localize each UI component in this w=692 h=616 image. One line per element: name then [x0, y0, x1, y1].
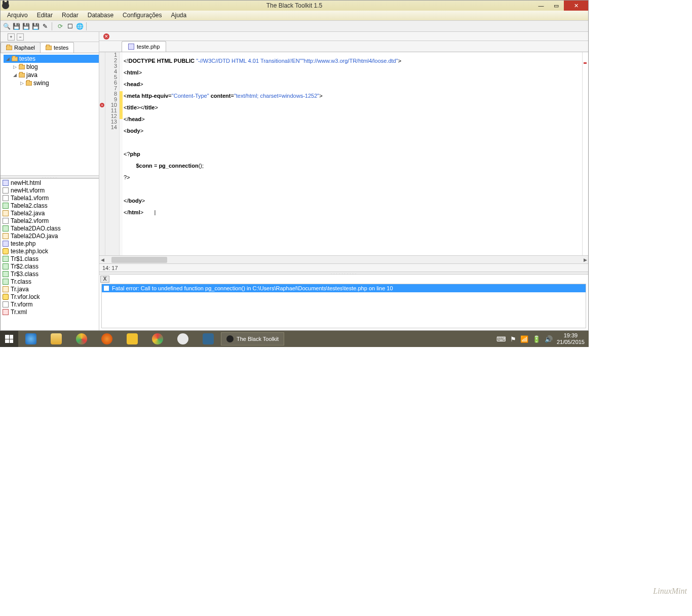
- wifi-icon[interactable]: 📶: [520, 335, 528, 343]
- editor-panel: ✕ teste.php × 1234567891011121314 <!DOCT…: [99, 32, 588, 330]
- file-item[interactable]: Tr$1.class: [1, 255, 99, 262]
- file-item[interactable]: Tr.vform: [1, 300, 99, 308]
- file-item[interactable]: Tabela2DAO.java: [1, 232, 99, 240]
- save-all-icon[interactable]: 💾: [31, 22, 40, 30]
- minimize-button[interactable]: —: [533, 1, 549, 11]
- tree-item[interactable]: ◢testes: [4, 55, 99, 63]
- folder-icon: [46, 46, 52, 50]
- remove-tab-icon[interactable]: −: [17, 33, 24, 41]
- taskbar[interactable]: The Black Toolkit ⌨ ⚑ 📶 🔋 🔊 19:39 21/05/…: [0, 331, 589, 347]
- file-item[interactable]: Tabela2DAO.class: [1, 224, 99, 232]
- project-tab-testes[interactable]: testes: [40, 42, 74, 53]
- editor[interactable]: × 1234567891011121314 <!DOCTYPE HTML PUB…: [99, 52, 588, 255]
- menu-ajuda[interactable]: Ajuda: [167, 11, 191, 20]
- save-dark-icon[interactable]: 💾: [22, 22, 30, 30]
- start-button[interactable]: [0, 331, 18, 347]
- window-title: The Black Toolkit 1.5: [266, 2, 323, 9]
- taskbar-chrome[interactable]: [145, 331, 170, 347]
- tree-item[interactable]: ◢java: [4, 71, 99, 79]
- file-item[interactable]: Tr$2.class: [1, 262, 99, 270]
- sidebar: + − Raphael testes ◢testes▷blog◢java▷swi…: [1, 32, 99, 330]
- error-icon[interactable]: ✕: [103, 33, 109, 40]
- project-tabs: Raphael testes: [1, 42, 99, 53]
- volume-icon[interactable]: 🔊: [545, 335, 553, 343]
- file-item[interactable]: teste.php: [1, 240, 99, 247]
- tree-item[interactable]: ▷blog: [4, 63, 99, 71]
- menubar: Arquivo Editar Rodar Database Configuraç…: [1, 11, 588, 21]
- search-icon[interactable]: 🔍: [3, 22, 11, 30]
- clock[interactable]: 19:39 21/05/2015: [557, 332, 585, 345]
- sidebar-tools: + −: [1, 32, 99, 42]
- globe-icon[interactable]: 🌐: [75, 22, 84, 30]
- save-icon[interactable]: 💾: [12, 22, 20, 30]
- file-list[interactable]: newHt.htmlnewHt.vformTabela1.vformTabela…: [1, 178, 99, 330]
- file-item[interactable]: newHt.vform: [1, 186, 99, 194]
- folder-icon: [6, 46, 12, 50]
- add-tab-icon[interactable]: +: [8, 33, 15, 41]
- output-close-button[interactable]: X: [100, 276, 109, 283]
- wand-icon[interactable]: ✎: [41, 22, 49, 30]
- file-item[interactable]: newHt.html: [1, 179, 99, 186]
- flag-icon[interactable]: ⚑: [510, 335, 516, 343]
- horizontal-scrollbar[interactable]: ◀ ▶: [99, 255, 588, 263]
- file-item[interactable]: Tr.xml: [1, 308, 99, 316]
- scroll-thumb[interactable]: [111, 257, 167, 263]
- menu-editar[interactable]: Editar: [32, 11, 57, 20]
- taskbar-ie[interactable]: [18, 331, 44, 347]
- php-file-icon: [128, 44, 134, 50]
- cursor-status: 14: 17: [99, 263, 588, 272]
- keyboard-icon[interactable]: ⌨: [496, 335, 506, 343]
- output-marker-icon: [104, 286, 109, 291]
- marker-column: ×: [99, 52, 105, 255]
- menu-database[interactable]: Database: [83, 11, 118, 20]
- taskbar-postgres[interactable]: [196, 331, 221, 347]
- taskbar-sogou[interactable]: [170, 331, 196, 347]
- toolbar: 🔍 💾 💾 💾 ✎ ⟳ ☐ 🌐: [1, 21, 588, 32]
- taskbar-active-app[interactable]: The Black Toolkit: [221, 332, 284, 345]
- titlebar[interactable]: The Black Toolkit 1.5 — ▭ ✕: [1, 1, 588, 11]
- overview-ruler[interactable]: [582, 52, 588, 255]
- editor-tabs: teste.php: [99, 41, 588, 52]
- file-item[interactable]: Tr.class: [1, 278, 99, 285]
- file-item[interactable]: Tabela1.vform: [1, 194, 99, 202]
- app-window: The Black Toolkit 1.5 — ▭ ✕ Arquivo Edit…: [0, 0, 589, 331]
- maximize-button[interactable]: ▭: [549, 1, 564, 11]
- file-item[interactable]: Tabela2.vform: [1, 217, 99, 224]
- taskbar-chrome-canary[interactable]: [69, 331, 94, 347]
- taskbar-firefox[interactable]: [94, 331, 120, 347]
- output-panel: X Fatal error: Call to undefined functio…: [99, 275, 588, 330]
- line-gutter[interactable]: 1234567891011121314: [105, 52, 120, 255]
- error-strip: ✕: [99, 32, 588, 41]
- file-item[interactable]: Tr$3.class: [1, 270, 99, 278]
- file-item[interactable]: Tr.java: [1, 285, 99, 293]
- taskbar-explorer[interactable]: [44, 331, 69, 347]
- app-icon: [2, 2, 9, 9]
- box-icon[interactable]: ☐: [66, 22, 74, 30]
- project-tab-raphael[interactable]: Raphael: [1, 42, 41, 53]
- output-error-row[interactable]: Fatal error: Call to undefined function …: [102, 284, 586, 292]
- file-item[interactable]: Tabela2.java: [1, 209, 99, 217]
- menu-arquivo[interactable]: Arquivo: [3, 11, 32, 20]
- file-item[interactable]: teste.php.lock: [1, 247, 99, 255]
- close-button[interactable]: ✕: [564, 1, 588, 11]
- error-mark[interactable]: [584, 62, 587, 64]
- menu-rodar[interactable]: Rodar: [57, 11, 83, 20]
- editor-tab-teste-php[interactable]: teste.php: [122, 41, 166, 52]
- refresh-icon[interactable]: ⟳: [56, 22, 64, 30]
- system-tray[interactable]: ⌨ ⚑ 📶 🔋 🔊 19:39 21/05/2015: [496, 332, 589, 345]
- file-item[interactable]: Tabela2.class: [1, 202, 99, 209]
- menu-configuracoes[interactable]: Configurações: [118, 11, 166, 20]
- taskbar-putty[interactable]: [120, 331, 145, 347]
- output-body[interactable]: Fatal error: Call to undefined function …: [101, 284, 586, 328]
- folder-tree[interactable]: ◢testes▷blog◢java▷swing: [1, 53, 99, 175]
- battery-icon[interactable]: 🔋: [532, 335, 541, 343]
- tree-item[interactable]: ▷swing: [4, 79, 99, 87]
- code-area[interactable]: <!DOCTYPE HTML PUBLIC "-//W3C//DTD HTML …: [123, 52, 582, 255]
- file-item[interactable]: Tr.vfor.lock: [1, 293, 99, 300]
